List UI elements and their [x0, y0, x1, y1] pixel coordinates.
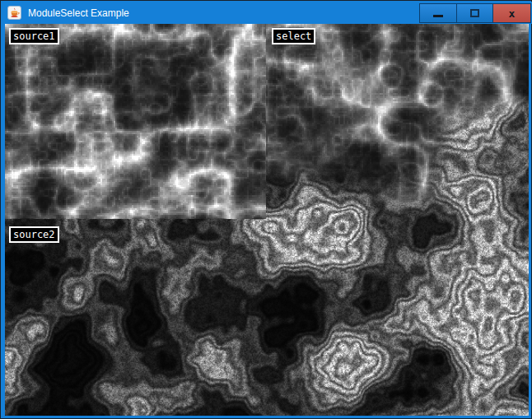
source1-label: source1: [9, 28, 59, 44]
maximize-icon: [470, 9, 479, 17]
minimize-button[interactable]: [420, 4, 456, 22]
app-window: ModuleSelect Example x source1 select so…: [0, 0, 532, 419]
minimize-icon: [433, 15, 443, 17]
window-controls: x: [419, 3, 531, 23]
close-button[interactable]: x: [492, 4, 530, 22]
java-coffee-cup-icon[interactable]: [7, 6, 21, 20]
close-icon: x: [509, 8, 516, 19]
select-label: select: [272, 28, 315, 44]
window-title: ModuleSelect Example: [28, 7, 129, 19]
maximize-button[interactable]: [456, 4, 492, 22]
source1-canvas: [5, 24, 266, 219]
source2-canvas: [5, 219, 266, 416]
client-area: source1 select source2: [5, 24, 529, 416]
source2-label: source2: [9, 226, 59, 243]
titlebar[interactable]: ModuleSelect Example x: [2, 2, 532, 24]
